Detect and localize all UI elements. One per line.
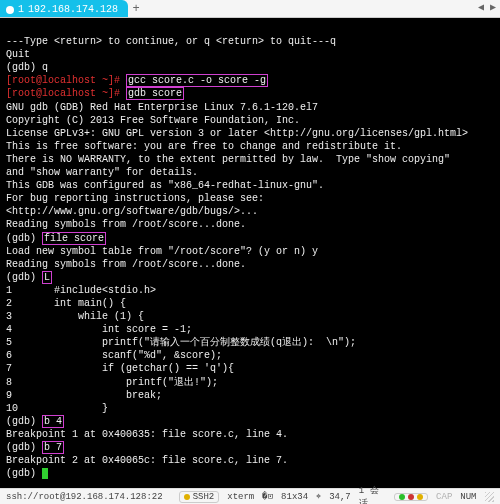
- gdb-banner-5: There is NO WARRANTY, to the extent perm…: [6, 154, 450, 165]
- cmd-b7: b 7: [42, 441, 64, 454]
- gdb-read-1: Reading symbols from /root/score...done.: [6, 219, 246, 230]
- line-quit: Quit: [6, 49, 30, 60]
- src-line-8: 8 printf("退出!");: [6, 377, 218, 388]
- gdb-banner-9: <http://www.gnu.org/software/gdb/bugs/>.…: [6, 206, 258, 217]
- breakpoint-1: Breakpoint 1 at 0x400635: file score.c, …: [6, 429, 288, 440]
- status-pos: 34,7: [329, 492, 351, 502]
- line-hint: ---Type <return> to continue, or q <retu…: [6, 36, 336, 47]
- gdb-banner-2: Copyright (C) 2013 Free Software Foundat…: [6, 115, 300, 126]
- gdb-banner-8: For bug reporting instructions, please s…: [6, 193, 264, 204]
- terminal-output[interactable]: ---Type <return> to continue, or q <retu…: [0, 18, 500, 488]
- status-num: NUM: [460, 492, 476, 502]
- gdb-prompt-b4: (gdb): [6, 416, 36, 427]
- shell-prompt-1: [root@localhost ~]#: [6, 75, 120, 86]
- status-cap: CAP: [436, 492, 452, 502]
- cmd-gdb: gdb score: [126, 87, 184, 100]
- src-line-5: 5 printf("请输入一个百分制整数成绩(q退出): \n");: [6, 337, 356, 348]
- tab-scroll-left[interactable]: ◀: [478, 1, 484, 13]
- gdb-prompt-l: (gdb): [6, 272, 36, 283]
- src-line-7: 7 if (getchar() == 'q'){: [6, 363, 234, 374]
- tab-title: 192.168.174.128: [28, 4, 118, 15]
- shell-prompt-2: [root@localhost ~]#: [6, 88, 120, 99]
- tab-scroll-right[interactable]: ▶: [490, 1, 496, 13]
- tab-active[interactable]: 1 192.168.174.128: [0, 0, 128, 17]
- resize-grip-icon[interactable]: [485, 492, 495, 502]
- status-size: 81x34: [281, 492, 308, 502]
- gdb-banner-6: and "show warranty" for details.: [6, 167, 198, 178]
- tab-add-button[interactable]: +: [128, 0, 144, 17]
- src-line-1: 1 #include<stdio.h>: [6, 285, 156, 296]
- tab-index: 1: [18, 4, 24, 15]
- gdb-prompt-last: (gdb): [6, 468, 42, 479]
- tab-scroll-controls: ◀ ▶: [478, 1, 496, 13]
- gdb-banner-4: This is free software: you are free to c…: [6, 141, 402, 152]
- src-line-6: 6 scanf("%d", &score);: [6, 350, 222, 361]
- src-line-10: 10 }: [6, 403, 108, 414]
- gdb-banner-3: License GPLv3+: GNU GPL version 3 or lat…: [6, 128, 468, 139]
- status-termtype: xterm: [227, 492, 254, 502]
- tab-status-dot: [6, 6, 14, 14]
- status-leds: [394, 493, 428, 501]
- src-line-9: 9 break;: [6, 390, 162, 401]
- gdb-banner-1: GNU gdb (GDB) Red Hat Enterprise Linux 7…: [6, 102, 318, 113]
- gdb-read-2: Reading symbols from /root/score...done.: [6, 259, 246, 270]
- cmd-file-score: file score: [42, 232, 106, 245]
- status-size-icon: �⊡: [262, 491, 273, 502]
- status-sessions: 1 会话: [359, 484, 386, 505]
- gdb-banner-7: This GDB was configured as "x86_64-redha…: [6, 180, 324, 191]
- breakpoint-2: Breakpoint 2 at 0x40065c: file score.c, …: [6, 455, 288, 466]
- lock-icon: [184, 494, 190, 500]
- tab-bar: 1 192.168.174.128 + ◀ ▶: [0, 0, 500, 18]
- cmd-gcc: gcc score.c -o score -g: [126, 74, 268, 87]
- status-pos-icon: ⌖: [316, 492, 321, 502]
- status-bar: ssh://root@192.168.174.128:22 SSH2 xterm…: [0, 488, 500, 504]
- led-red-icon: [408, 494, 414, 500]
- status-connection: ssh://root@192.168.174.128:22: [6, 492, 163, 502]
- gdb-load: Load new symbol table from "/root/score"…: [6, 246, 318, 257]
- led-green-icon: [399, 494, 405, 500]
- cmd-b4: b 4: [42, 415, 64, 428]
- cmd-list: L: [42, 271, 52, 284]
- line-gdb-q: (gdb) q: [6, 62, 48, 73]
- src-line-4: 4 int score = -1;: [6, 324, 192, 335]
- gdb-prompt-b7: (gdb): [6, 442, 36, 453]
- status-ssh[interactable]: SSH2: [179, 491, 220, 503]
- terminal-cursor: [42, 468, 48, 479]
- led-yellow-icon: [417, 494, 423, 500]
- src-line-3: 3 while (1) {: [6, 311, 144, 322]
- src-line-2: 2 int main() {: [6, 298, 126, 309]
- gdb-prompt-file: (gdb): [6, 233, 36, 244]
